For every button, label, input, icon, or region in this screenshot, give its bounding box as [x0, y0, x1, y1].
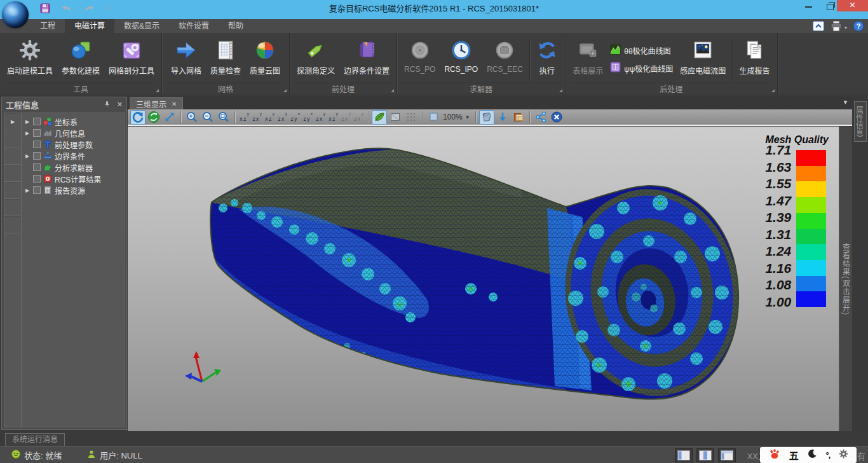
ime-logo-icon[interactable] [768, 448, 780, 462]
close-panel-icon[interactable]: ✕ [117, 100, 123, 109]
toolbar-separator [529, 111, 530, 123]
undo-button[interactable] [60, 3, 73, 13]
restore-button[interactable] [825, 3, 835, 11]
table-display-button[interactable]: 表格展示 [568, 35, 607, 76]
generate-report-button[interactable]: 生成报告 [735, 35, 774, 76]
wireframe-button[interactable] [388, 110, 403, 125]
menu-tab-data-display[interactable]: 数据&显示 [114, 19, 169, 33]
boundary-condition-set-button[interactable]: 边界条件设置 [339, 35, 394, 76]
ime-moon-icon[interactable] [808, 449, 817, 461]
zoom-dropdown-icon[interactable]: ▼ [465, 114, 470, 120]
menu-tab-project[interactable]: 工程 [31, 19, 65, 33]
tree-checkbox[interactable] [33, 141, 41, 148]
expand-arrow-icon[interactable]: ▶ [24, 153, 31, 159]
expand-arrow-icon[interactable]: ▶ [24, 188, 31, 193]
zoom-out-button[interactable] [200, 110, 215, 125]
tab-list-dropdown-icon[interactable]: ▼ [843, 99, 848, 106]
wireframe-icon [389, 111, 402, 123]
expand-arrow-icon[interactable]: ▶ [24, 130, 31, 136]
tree-checkbox[interactable] [33, 129, 41, 137]
sidebar-item-geometry-info[interactable]: ▶几何信息 [22, 127, 124, 139]
fit-view-button[interactable] [162, 110, 177, 125]
expand-arrow-icon[interactable]: ▶ [24, 119, 31, 125]
view-orientation-button-5[interactable]: xzy [289, 111, 301, 124]
psi-polar-curve-button[interactable]: ψψ极化曲线图 [610, 62, 673, 74]
view-orientation-button-2[interactable]: yzx [251, 111, 263, 124]
tab-property-info[interactable]: 属性信息 [854, 101, 867, 142]
tab-system-messages[interactable]: 系统运行消息 [5, 433, 65, 446]
execute-button[interactable]: 执行 [532, 35, 562, 76]
tab-view-results[interactable]: 查看结果(双击展开) [841, 243, 851, 315]
theta-polar-curve-button[interactable]: θθ极化曲线图 [610, 44, 673, 57]
rcs-eec-button[interactable]: RCS_EEC [482, 35, 527, 74]
app-logo-icon[interactable] [2, 1, 29, 28]
sidebar-item-boundary-conditions[interactable]: ▶边界条件 [22, 150, 124, 162]
rcs-po-button[interactable]: RCS_PO [400, 35, 440, 74]
rcs-ipo-button[interactable]: RCS_IPO [440, 35, 482, 74]
sidebar-item-rcs-results[interactable]: RCS计算结果 [22, 173, 124, 184]
select-region-button[interactable] [479, 110, 494, 125]
quick-access-dropdown-icon[interactable] [105, 5, 111, 11]
zoom-level-control[interactable]: 100%▼ [426, 111, 472, 123]
ime-settings-icon[interactable] [839, 449, 848, 461]
sidebar-item-analysis-solver[interactable]: 分析求解器 [22, 162, 124, 173]
print-dropdown-icon[interactable]: ▾ [844, 25, 847, 31]
print-button[interactable] [830, 20, 843, 34]
minimize-button[interactable] [803, 3, 813, 11]
rotate-view-button[interactable] [130, 110, 146, 125]
collapse-ribbon-button[interactable] [813, 21, 824, 34]
probe-angle-define-button[interactable]: 探测角定义 [292, 35, 339, 76]
tab-3d-display[interactable]: 三维显示 ✕ [130, 97, 183, 109]
tree-checkbox[interactable] [33, 152, 41, 160]
mesh-model[interactable] [128, 127, 839, 431]
menu-tab-em-compute[interactable]: 电磁计算 [65, 19, 114, 33]
tree-checkbox[interactable] [33, 163, 41, 171]
help-button[interactable]: ? [853, 20, 864, 34]
save-button[interactable] [39, 3, 51, 14]
view-orientation-button-6[interactable]: xzy [302, 111, 314, 124]
layout-left-button[interactable] [675, 448, 693, 462]
quality-cloud-button[interactable]: 质量云图 [245, 35, 285, 76]
sidebar-item-preprocess-params[interactable]: 前处理参数 [22, 139, 124, 150]
layout-center-button[interactable] [696, 448, 714, 462]
parametric-modeling-button[interactable]: 参数化建模 [57, 35, 104, 76]
mesh-partition-tool-button[interactable]: 网格剖分工具 [104, 35, 159, 76]
orbit-button[interactable] [146, 110, 161, 125]
ribbon: 启动建模工具参数化建模网格剖分工具工具导入网格质量检查质量云图网格探测角定义边界… [0, 33, 868, 94]
zoom-window-button[interactable] [216, 110, 231, 125]
launch-modeling-tool-button[interactable]: 启动建模工具 [3, 35, 57, 76]
arrow-down-button[interactable] [495, 110, 510, 125]
view-orientation-button-1[interactable]: yxz [238, 111, 250, 124]
grid-button[interactable] [403, 110, 419, 125]
close-tab-icon[interactable]: ✕ [172, 100, 177, 107]
zoom-in-button[interactable] [184, 110, 200, 125]
view-orientation-button-7[interactable]: yzx [315, 111, 327, 124]
layout-right-button[interactable] [718, 448, 736, 462]
share-button[interactable] [533, 110, 548, 125]
tree-checkbox[interactable] [33, 186, 41, 194]
sidebar-item-coordinate-system[interactable]: ▶坐标系 [22, 116, 124, 127]
3d-viewport[interactable]: Mesh Quality 1.711.631.551.471.391.311.2… [128, 127, 839, 431]
pin-panel-icon[interactable] [104, 100, 111, 109]
view-orientation-button-8[interactable]: yxz [327, 111, 339, 124]
tree-checkbox[interactable] [33, 118, 41, 125]
tree-checkbox[interactable] [33, 175, 41, 183]
delete-button[interactable] [549, 110, 564, 125]
view-orientation-button-10[interactable]: yzx [353, 111, 365, 124]
mesh-model-canvas[interactable] [128, 127, 839, 431]
shaded-view-button[interactable] [372, 110, 387, 125]
view-orientation-button-9[interactable]: yzx [340, 111, 352, 124]
capture-button[interactable] [511, 110, 526, 125]
ime-punct-button[interactable]: °, [825, 450, 830, 460]
view-orientation-button-4[interactable]: yzx [276, 111, 288, 124]
sidebar-item-report-resources[interactable]: ▶报告资源 [22, 184, 124, 196]
menu-tab-help[interactable]: 帮助 [219, 19, 253, 33]
menu-tab-settings[interactable]: 软件设置 [169, 19, 219, 33]
import-mesh-button[interactable]: 导入网格 [166, 35, 206, 76]
ime-mode-button[interactable]: 五 [789, 448, 799, 462]
view-orientation-button-3[interactable]: yxz [264, 111, 276, 124]
induced-current-map-button[interactable]: 感应电磁流图 [675, 35, 730, 76]
redo-button[interactable] [83, 3, 95, 13]
close-button[interactable]: ✕ [837, 0, 868, 11]
quality-check-button[interactable]: 质量检查 [206, 35, 245, 76]
